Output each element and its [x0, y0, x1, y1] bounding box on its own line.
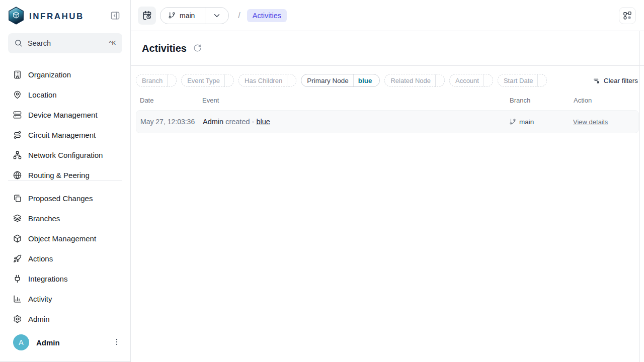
- sidebar-item-proposed-changes[interactable]: Proposed Changes: [0, 188, 130, 208]
- network-icon: [13, 151, 22, 159]
- filter-chip-start-date[interactable]: Start Date: [498, 74, 547, 87]
- sidebar-item-device-management[interactable]: Device Management: [0, 105, 130, 125]
- sidebar-item-label: Circuit Management: [28, 131, 96, 139]
- sidebar-item-activity[interactable]: Activity: [0, 289, 130, 309]
- filter-chip-branch[interactable]: Branch: [136, 74, 177, 87]
- box-icon: [13, 234, 22, 243]
- git-branch-icon: [509, 118, 516, 125]
- sidebar-item-label: Activity: [28, 295, 52, 303]
- page-header: Activities: [131, 31, 644, 66]
- search-icon: [14, 39, 23, 47]
- sidebar-item-routing-peering[interactable]: Routing & Peering: [0, 165, 130, 180]
- sidebar-item-label: Proposed Changes: [28, 194, 93, 203]
- page-title: Activities: [142, 43, 187, 54]
- sidebar-item-network-configuration[interactable]: Network Configuration: [0, 145, 130, 165]
- branch-selector[interactable]: main: [160, 7, 229, 24]
- sidebar-item-label: Integrations: [28, 275, 67, 283]
- sidebar-item-organization[interactable]: Organization: [0, 65, 130, 85]
- filter-chip-label: Event Type: [182, 77, 224, 84]
- clear-filters-label: Clear filters: [604, 77, 638, 84]
- sidebar-item-location[interactable]: Location: [0, 85, 130, 105]
- globe-icon: [13, 171, 22, 179]
- sidebar-item-label: Object Management: [28, 234, 96, 243]
- table-row[interactable]: May 27, 12:03:36 Admin created - blue ma…: [136, 110, 639, 133]
- filter-chip-label: Has Children: [239, 77, 287, 84]
- gear-icon: [13, 315, 22, 323]
- filter-chip-primary-node[interactable]: Primary Node blue: [301, 74, 380, 87]
- app-root: INFRAHUB Search ^K Organization Location…: [0, 0, 644, 362]
- user-menu-kebab-icon[interactable]: [112, 337, 122, 347]
- brand-name: INFRAHUB: [29, 12, 110, 22]
- row-date: May 27, 12:03:36: [140, 118, 203, 126]
- logo-row: INFRAHUB: [0, 0, 130, 27]
- sidebar-item-label: Device Management: [28, 111, 98, 119]
- sidebar-item-label: Branches: [28, 214, 60, 223]
- row-event-object-link[interactable]: blue: [256, 118, 270, 126]
- filter-chip-has-children[interactable]: Has Children: [238, 74, 296, 87]
- sidebar-collapse-icon[interactable]: [110, 11, 122, 23]
- map-pin-icon: [13, 90, 22, 99]
- rocket-icon: [13, 254, 22, 263]
- refresh-icon[interactable]: [193, 44, 202, 53]
- breadcrumb-separator: /: [238, 11, 240, 20]
- sidebar-nav-schema-group: Organization Location Device Management …: [0, 65, 130, 180]
- filter-chip-value: blue: [354, 77, 375, 84]
- filter-chip-label: Account: [450, 77, 484, 84]
- sidebar-item-integrations[interactable]: Integrations: [0, 268, 130, 289]
- sidebar-item-label: Location: [28, 90, 57, 99]
- building-icon: [13, 70, 22, 79]
- topbar: main / Activities: [131, 0, 644, 31]
- sidebar-item-object-management[interactable]: Object Management: [0, 228, 130, 248]
- clear-filters-button[interactable]: Clear filters: [593, 77, 639, 84]
- layers-icon: [13, 214, 22, 223]
- sidebar-nav-main-group: Proposed Changes Branches Object Managem…: [0, 188, 130, 329]
- plug-icon: [13, 275, 22, 283]
- sidebar-item-label: Network Configuration: [28, 151, 103, 159]
- sidebar-item-circuit-management[interactable]: Circuit Management: [0, 125, 130, 145]
- filter-chip-label: Primary Node: [301, 77, 353, 84]
- column-header-date: Date: [140, 97, 202, 104]
- scroll-gutter-border: [639, 31, 640, 362]
- breadcrumb-current[interactable]: Activities: [247, 9, 287, 22]
- sidebar-item-branches[interactable]: Branches: [0, 208, 130, 228]
- user-name: Admin: [36, 338, 105, 347]
- pages-icon: [13, 194, 22, 203]
- schema-visualizer-button[interactable]: [619, 7, 636, 24]
- row-branch: main: [509, 118, 573, 126]
- chevron-down-icon[interactable]: [205, 12, 228, 19]
- filter-chip-account[interactable]: Account: [449, 74, 493, 87]
- search-placeholder: Search: [28, 39, 104, 47]
- view-details-link[interactable]: View details: [573, 118, 608, 126]
- sidebar-item-label: Routing & Peering: [28, 171, 90, 179]
- filter-chip-related-node[interactable]: Related Node: [384, 74, 445, 87]
- user-menu: A Admin: [0, 329, 130, 361]
- server-icon: [13, 111, 22, 119]
- filter-chip-label: Related Node: [385, 77, 435, 84]
- column-header-event: Event: [202, 97, 510, 104]
- column-header-branch: Branch: [510, 97, 574, 104]
- sidebar-item-label: Actions: [28, 254, 53, 263]
- filter-chip-label: Branch: [136, 77, 167, 84]
- main-area: main / Activities Activities Branch Even…: [131, 0, 644, 362]
- column-header-action: Action: [574, 97, 635, 104]
- filter-chip-event-type[interactable]: Event Type: [181, 74, 234, 87]
- table-body: May 27, 12:03:36 Admin created - blue ma…: [131, 104, 644, 133]
- branch-selector-value: main: [180, 12, 195, 20]
- search-shortcut: ^K: [109, 39, 116, 47]
- table-header: Date Event Branch Action: [136, 97, 639, 104]
- time-travel-calendar-button[interactable]: [138, 7, 156, 25]
- sidebar-item-label: Organization: [28, 70, 71, 79]
- route-icon: [13, 131, 22, 139]
- bar-chart-icon: [13, 295, 22, 303]
- avatar: A: [13, 334, 29, 350]
- sidebar-item-label: Admin: [28, 315, 50, 323]
- sidebar: INFRAHUB Search ^K Organization Location…: [0, 0, 131, 362]
- filter-chip-label: Start Date: [498, 77, 538, 84]
- search-input[interactable]: Search ^K: [8, 33, 122, 53]
- filters-bar: Branch Event Type Has Children Primary N…: [136, 74, 639, 87]
- sidebar-divider: [8, 180, 122, 181]
- sidebar-item-admin[interactable]: Admin: [0, 309, 130, 329]
- git-branch-icon: [168, 12, 176, 19]
- sidebar-item-actions[interactable]: Actions: [0, 248, 130, 268]
- filter-x-icon: [593, 77, 600, 84]
